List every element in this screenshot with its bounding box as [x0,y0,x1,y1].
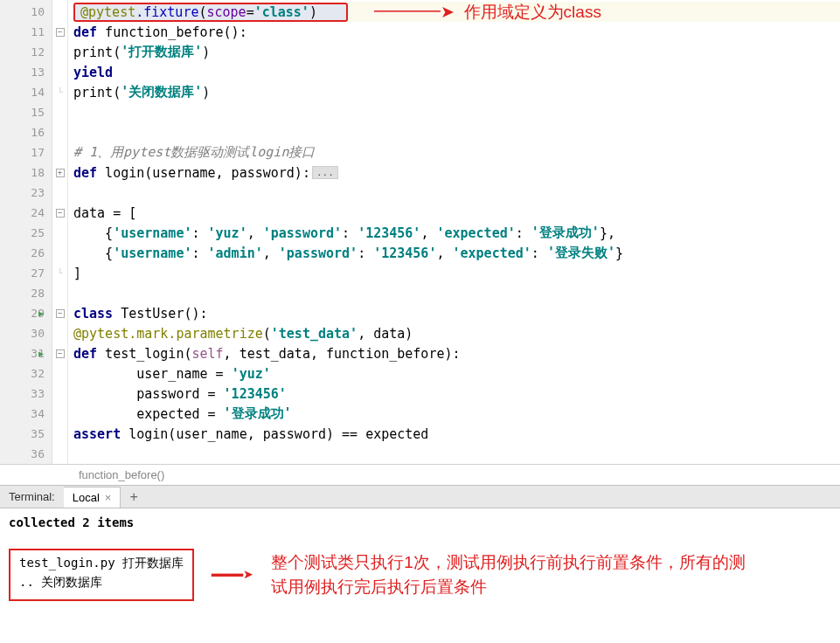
annotation-text: ━━━━➤ 作用域定义为class [374,1,601,24]
line-number: 18 [0,162,52,183]
annotation-box: test_login.py 打开数据库 .. 关闭数据库 [9,549,194,601]
code-line[interactable]: {'username': 'yuz', 'password': '123456'… [73,223,840,243]
line-number: 26 [0,243,52,263]
fold-icon[interactable]: − [56,309,65,318]
line-number: 15 [0,102,52,122]
code-line[interactable]: assert login(user_name, password) == exp… [73,424,840,444]
annotation-text: 整个测试类只执行1次，测试用例执行前执行前置条件，所有的测试用例执行完后执行后置… [271,550,760,600]
run-icon[interactable]: ▶ [38,349,44,358]
terminal-output[interactable]: collected 2 items test_login.py 打开数据库 ..… [0,508,840,622]
terminal-line: test_login.py 打开数据库 [19,556,184,571]
terminal-line: collected 2 items [9,515,831,529]
line-number: 13 [0,62,52,82]
code-line[interactable]: def test_login(self, test_data, function… [73,343,840,363]
line-number: 10 [0,2,52,22]
line-number: 23 [0,183,52,203]
line-number: 24 [0,203,52,223]
fold-icon[interactable]: + [56,169,65,177]
line-number: 35 [0,424,52,444]
code-line[interactable]: def function_before(): [73,22,840,42]
code-line[interactable]: print('关闭数据库') [73,82,840,102]
line-number: 11 [0,22,52,42]
fold-icon[interactable]: − [56,28,65,37]
breadcrumb[interactable]: function_before() [0,464,840,485]
code-editor: 10 11 12 13 14 15 16 17 18 23 24 25 26 2… [0,0,840,464]
code-line[interactable] [73,183,840,203]
line-number: 27 [0,263,52,283]
code-line[interactable]: print('打开数据库') [73,42,840,62]
terminal-panel: Terminal: Local × + collected 2 items te… [0,485,840,622]
fold-ellipsis[interactable]: ... [312,166,338,179]
line-number: 36 [0,444,52,464]
code-line[interactable]: # 1、用pytest数据驱动测试login接口 [73,142,840,162]
line-number: 12 [0,42,52,62]
code-line[interactable]: ] [73,263,840,283]
code-area[interactable]: @pytest.fixture(scope='class') ━━━━➤ 作用域… [68,0,840,464]
terminal-line: .. 关闭数据库 [19,575,184,591]
arrow-icon: ━━━➤ [212,564,253,585]
code-line[interactable] [73,102,840,122]
terminal-tabs: Terminal: Local × + [0,486,840,508]
code-line[interactable]: yield [73,62,840,82]
fold-icon[interactable]: − [56,209,65,218]
line-number: 32 [0,363,52,384]
code-line[interactable]: expected = '登录成功' [73,404,840,424]
line-number: 30 [0,323,52,343]
line-number: 34 [0,404,52,424]
code-line[interactable]: data = [ [73,203,840,223]
code-line[interactable]: @pytest.fixture(scope='class') ━━━━➤ 作用域… [73,2,840,22]
code-line[interactable]: {'username': 'admin', 'password': '12345… [73,243,840,263]
terminal-label: Terminal: [0,490,64,503]
fold-column: − └ + − └ − − [52,0,68,464]
code-line[interactable]: user_name = 'yuz' [73,363,840,384]
line-number: 16 [0,122,52,142]
code-line[interactable] [73,122,840,142]
terminal-tab[interactable]: Local × [64,487,121,508]
code-line[interactable]: @pytest.mark.parametrize('test_data', da… [73,323,840,343]
fold-icon[interactable]: − [56,349,65,358]
line-number: 14 [0,82,52,102]
arrow-icon: ━━━━➤ [374,3,464,21]
code-line[interactable]: class TestUser(): [73,303,840,323]
code-line[interactable] [73,283,840,303]
code-line[interactable] [73,444,840,464]
code-line[interactable]: password = '123456' [73,384,840,404]
close-icon[interactable]: × [105,491,112,504]
line-gutter: 10 11 12 13 14 15 16 17 18 23 24 25 26 2… [0,0,52,464]
line-number: 33 [0,384,52,404]
add-tab-icon[interactable]: + [121,489,146,505]
line-number: ▶31 [0,343,52,363]
line-number: 17 [0,142,52,162]
line-number: 28 [0,283,52,303]
annotation-box: @pytest.fixture(scope='class') [73,3,348,22]
line-number: 25 [0,223,52,243]
line-number: ▶29 [0,303,52,323]
code-line[interactable]: def login(username, password):... [73,162,840,183]
run-icon[interactable]: ▶ [38,308,44,318]
